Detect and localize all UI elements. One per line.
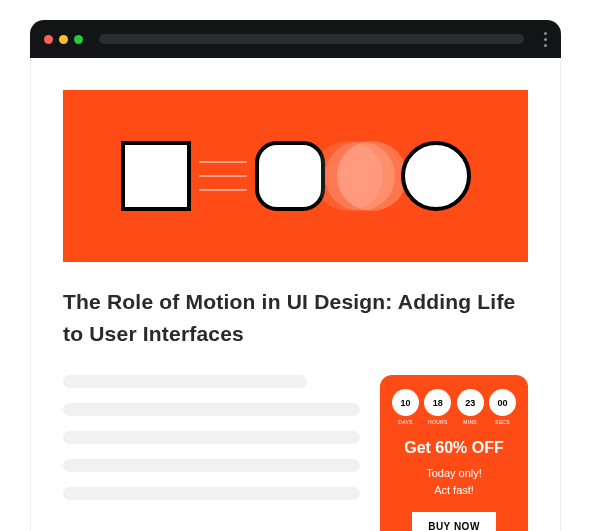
article-title: The Role of Motion in UI Design: Adding …	[63, 286, 528, 349]
countdown-label: MINS	[463, 419, 477, 425]
traffic-lights	[44, 35, 83, 44]
hero-banner	[63, 90, 528, 262]
motion-blur-icon	[333, 141, 393, 211]
countdown-days: 10 DAYS	[392, 389, 419, 425]
square-shape-icon	[121, 141, 191, 211]
circle-shape-icon	[401, 141, 471, 211]
countdown-value: 00	[489, 389, 516, 416]
countdown-value: 10	[392, 389, 419, 416]
countdown-mins: 23 MINS	[457, 389, 484, 425]
promo-subtitle-line: Act fast!	[434, 484, 474, 496]
countdown-value: 18	[424, 389, 451, 416]
maximize-icon[interactable]	[74, 35, 83, 44]
promo-card: 10 DAYS 18 HOURS 23 MINS 00 SECS Get 60%…	[380, 375, 528, 531]
minimize-icon[interactable]	[59, 35, 68, 44]
article-body: 10 DAYS 18 HOURS 23 MINS 00 SECS Get 60%…	[63, 375, 528, 531]
promo-subtitle: Today only! Act fast!	[392, 465, 516, 498]
menu-icon[interactable]	[544, 32, 547, 47]
page-content: The Role of Motion in UI Design: Adding …	[30, 58, 561, 531]
countdown: 10 DAYS 18 HOURS 23 MINS 00 SECS	[392, 389, 516, 425]
motion-lines-icon	[199, 161, 247, 191]
countdown-secs: 00 SECS	[489, 389, 516, 425]
countdown-label: DAYS	[398, 419, 412, 425]
buy-now-button[interactable]: BUY NOW	[412, 512, 496, 531]
url-bar[interactable]	[99, 34, 524, 44]
countdown-value: 23	[457, 389, 484, 416]
promo-subtitle-line: Today only!	[426, 467, 482, 479]
close-icon[interactable]	[44, 35, 53, 44]
promo-title: Get 60% OFF	[392, 439, 516, 457]
article-text-placeholder	[63, 375, 360, 515]
countdown-label: SECS	[495, 419, 510, 425]
countdown-label: HOURS	[428, 419, 448, 425]
countdown-hours: 18 HOURS	[424, 389, 451, 425]
browser-chrome	[30, 20, 561, 58]
